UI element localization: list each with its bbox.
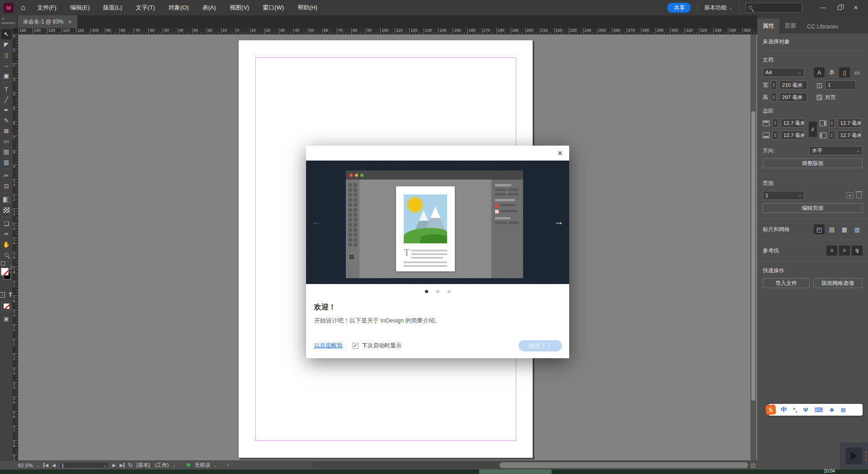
- page-select[interactable]: 1 ⌄: [763, 191, 804, 200]
- width-stepper[interactable]: ▲▼: [771, 81, 777, 90]
- page-tool[interactable]: ▯: [1, 50, 12, 60]
- home-icon[interactable]: ⌂: [21, 3, 25, 12]
- page-size-select[interactable]: A4 ⌄: [763, 68, 804, 77]
- sogou-logo-icon[interactable]: S: [765, 404, 776, 415]
- pencil-tool[interactable]: ✎: [1, 115, 12, 126]
- carousel-dot-2[interactable]: [448, 290, 451, 293]
- menu-item-8[interactable]: 帮助(H): [297, 4, 317, 12]
- link-margins-icon[interactable]: ∂: [809, 122, 817, 137]
- panel-tab-页面[interactable]: 页面: [779, 19, 802, 33]
- show-on-startup-checkbox[interactable]: ✔: [353, 343, 359, 349]
- skin-icon[interactable]: ❖: [829, 407, 835, 413]
- outside-margin-input[interactable]: 12.7 毫米: [838, 131, 861, 140]
- inside-margin-stepper[interactable]: ▲▼: [829, 118, 835, 128]
- bottom-margin-input[interactable]: 12.7 毫米: [781, 131, 804, 140]
- type-tool[interactable]: T: [1, 84, 12, 95]
- menu-item-2[interactable]: 版面(L): [103, 4, 122, 12]
- menu-item-7[interactable]: 窗口(W): [263, 4, 284, 12]
- formatting-affects-text-icon[interactable]: T: [8, 292, 13, 298]
- orientation-select[interactable]: 水平 ⌄: [809, 146, 863, 155]
- cjk-doc-a-icon[interactable]: A: [814, 67, 825, 77]
- menu-item-1[interactable]: 编辑(E): [70, 4, 90, 12]
- carousel-dot-1[interactable]: [436, 290, 439, 293]
- import-file-button[interactable]: 导入文件: [763, 278, 810, 288]
- ruler-origin-corner[interactable]: [13, 28, 18, 34]
- height-stepper[interactable]: ▲▼: [771, 93, 777, 102]
- smart-guides-icon[interactable]: ↯: [852, 246, 863, 256]
- panel-tab-CC Libraries[interactable]: CC Libraries: [802, 20, 844, 33]
- previous-page-icon[interactable]: ◀: [52, 463, 56, 468]
- facing-pages-checkbox[interactable]: ✔: [816, 95, 822, 100]
- note-tool[interactable]: ❏: [1, 218, 12, 229]
- bottom-margin-stepper[interactable]: ▲▼: [772, 131, 778, 140]
- layout-grid-options-button[interactable]: 版面网格选项: [813, 278, 862, 288]
- indesign-logo-icon[interactable]: Id: [4, 3, 14, 13]
- document-grid-icon[interactable]: ▦: [839, 224, 850, 234]
- menu-item-5[interactable]: 表(A): [203, 4, 216, 12]
- toolbar-header[interactable]: »: [0, 15, 17, 28]
- pages-count-input[interactable]: 1: [825, 81, 856, 90]
- horizontal-scrollbar[interactable]: [312, 462, 750, 469]
- line-tool[interactable]: ╱: [1, 95, 12, 105]
- screen-mode-icon[interactable]: ▣: [4, 316, 9, 322]
- gradient-feather-tool[interactable]: [1, 205, 12, 215]
- vertical-grid-icon[interactable]: ▥: [852, 224, 863, 234]
- width-input[interactable]: 210 毫米: [779, 81, 807, 90]
- horizontal-ruler[interactable]: 1501401301201101009080706050403020100102…: [18, 28, 757, 34]
- preflight-status[interactable]: 无错误 ⌄: [187, 462, 217, 469]
- collapse-left-icon[interactable]: ‹: [227, 463, 229, 468]
- panel-tab-属性[interactable]: 属性: [757, 19, 779, 33]
- gap-tool[interactable]: ↔: [1, 60, 12, 71]
- view-setting[interactable]: [基本] (工作) ⌄: [137, 462, 176, 469]
- delete-page-icon[interactable]: [855, 192, 863, 199]
- scissors-tool[interactable]: ✂: [1, 171, 12, 181]
- content-collector-tool[interactable]: ▣: [1, 71, 12, 81]
- dialog-close-icon[interactable]: ✕: [557, 149, 563, 157]
- document-tab[interactable]: 未命名-1 @ 83% ✕: [18, 15, 77, 28]
- close-button[interactable]: ✕: [848, 2, 863, 14]
- minimize-button[interactable]: —: [816, 2, 831, 14]
- direct-selection-tool[interactable]: ◤: [1, 39, 12, 50]
- default-swatches-icon[interactable]: [1, 261, 5, 265]
- add-page-icon[interactable]: ＋: [846, 192, 854, 199]
- adjust-layout-button[interactable]: 调整版面: [763, 158, 863, 168]
- carousel-next-icon[interactable]: →: [554, 216, 564, 228]
- inside-margin-input[interactable]: 12.7 毫米: [838, 118, 861, 128]
- gradient-tool[interactable]: [1, 194, 12, 205]
- next-page-icon[interactable]: ▶: [113, 463, 116, 468]
- vertical-scrollbar[interactable]: [750, 34, 756, 460]
- floating-assistant-widget[interactable]: •••: [840, 442, 868, 469]
- apply-none-button[interactable]: [2, 302, 11, 310]
- edit-pages-button[interactable]: 编辑页面: [763, 203, 863, 213]
- height-input[interactable]: 297 毫米: [779, 93, 807, 102]
- carousel-prev-icon[interactable]: ←: [311, 216, 321, 228]
- fill-swatch[interactable]: [1, 268, 9, 275]
- guides-icon[interactable]: ⌗: [826, 246, 837, 256]
- last-page-icon[interactable]: ▶: [119, 463, 124, 468]
- portrait-page-icon[interactable]: ▯: [839, 67, 850, 77]
- page-number-select[interactable]: 1 ⌄: [59, 462, 109, 469]
- frame-tool[interactable]: ⊠: [1, 126, 12, 136]
- vertical-scrollbar-thumb[interactable]: [751, 111, 755, 401]
- toolbox-icon[interactable]: ⊞: [841, 407, 846, 413]
- cjk-doc-icon[interactable]: 本: [826, 67, 837, 77]
- search-input[interactable]: [745, 3, 802, 13]
- horizontal-grid-tool[interactable]: ▤: [1, 147, 12, 157]
- free-transform-tool[interactable]: ⊡: [1, 181, 12, 191]
- top-margin-input[interactable]: 12.7 毫米: [781, 118, 804, 128]
- landscape-page-icon[interactable]: ▭: [852, 67, 863, 77]
- horizontal-scrollbar-thumb[interactable]: [500, 462, 748, 468]
- tab-close-icon[interactable]: ✕: [68, 19, 72, 24]
- lock-guides-icon[interactable]: ⌗: [839, 246, 850, 256]
- menu-item-0[interactable]: 文件(F): [37, 4, 57, 12]
- swap-fill-stroke-icon[interactable]: ⤸: [10, 265, 12, 270]
- rotate-view-icon[interactable]: ↻: [128, 462, 133, 469]
- workspace-switcher[interactable]: 基本功能⌄: [704, 4, 732, 12]
- voice-icon[interactable]: Ψ: [803, 407, 808, 413]
- rectangle-tool[interactable]: ▭: [1, 136, 12, 147]
- selection-tool[interactable]: ↖: [1, 29, 12, 39]
- menu-item-4[interactable]: 对象(O): [169, 4, 189, 12]
- zoom-level-select[interactable]: 82.5% ⌄: [18, 463, 40, 468]
- vertical-ruler[interactable]: 01234567891 01 11 21 31 41 51 61 71 81 9…: [13, 34, 18, 460]
- ruler-icon[interactable]: ◰: [814, 224, 825, 234]
